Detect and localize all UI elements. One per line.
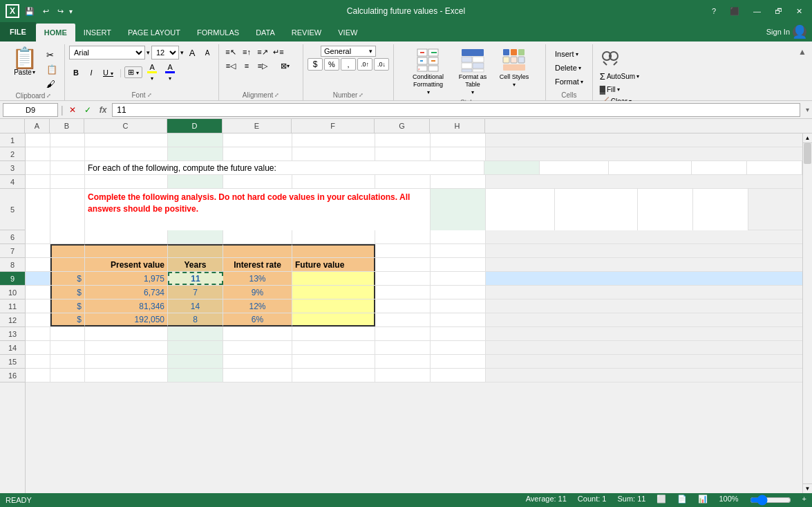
scroll-thumb[interactable]	[804, 143, 811, 164]
align-top-center-button[interactable]: ≡↑	[239, 46, 254, 58]
cell-c7[interactable]	[85, 244, 168, 257]
fill-color-button[interactable]: A ▾	[144, 62, 160, 83]
cell-d1[interactable]	[168, 133, 223, 147]
cell-g1[interactable]	[375, 133, 431, 147]
tab-insert[interactable]: INSERT	[75, 24, 120, 42]
cell-e11[interactable]: 12%	[223, 299, 292, 313]
wrap-text-button[interactable]: ↵≡	[271, 46, 286, 58]
cell-g9[interactable]	[375, 272, 431, 285]
row-num-3[interactable]: 3	[0, 161, 25, 175]
col-header-c[interactable]: C	[84, 119, 167, 133]
row-num-1[interactable]: 1	[0, 133, 25, 147]
cell-h14[interactable]	[431, 341, 486, 354]
cell-f11[interactable]	[292, 299, 375, 313]
cell-d3[interactable]	[484, 161, 540, 174]
scroll-up-arrow[interactable]: ▲	[803, 133, 812, 143]
cell-c12[interactable]: 192,050	[85, 313, 168, 326]
cell-c10[interactable]: 6,734	[85, 286, 168, 299]
cell-b5[interactable]	[50, 189, 85, 230]
cell-g7[interactable]	[375, 244, 431, 257]
cell-b15[interactable]	[50, 355, 85, 368]
qat-dropdown[interactable]: ▾	[69, 8, 73, 15]
cell-c3[interactable]: For each of the following, compute the f…	[85, 161, 484, 174]
format-as-table-button[interactable]: Format as Table ▾	[452, 46, 493, 98]
col-header-a[interactable]: A	[25, 119, 50, 133]
conditional-formatting-button[interactable]: ≠ Conditional Formatting ▾	[406, 46, 451, 98]
number-format-dropdown[interactable]: General ▾	[321, 46, 376, 57]
cell-styles-button[interactable]: Cell Styles ▾	[495, 46, 534, 90]
row-num-7[interactable]: 7	[0, 244, 25, 258]
cell-g3[interactable]	[692, 161, 747, 174]
cell-a7[interactable]	[26, 244, 50, 257]
vertical-scrollbar[interactable]: ▲ ▼	[802, 133, 812, 493]
align-top-left-button[interactable]: ≡↖	[223, 46, 238, 58]
cell-a10[interactable]	[26, 286, 50, 299]
cell-a2[interactable]	[26, 147, 50, 160]
cell-e12[interactable]: 6%	[223, 313, 292, 326]
page-break-view-button[interactable]: 📊	[698, 495, 708, 506]
cell-a5[interactable]	[26, 189, 50, 230]
cell-f5[interactable]	[555, 189, 638, 230]
underline-button[interactable]: U ▾	[100, 67, 117, 78]
align-right-button[interactable]: ≡▷	[255, 59, 270, 72]
tab-page-layout[interactable]: PAGE LAYOUT	[120, 24, 189, 42]
cell-a12[interactable]	[26, 313, 50, 326]
scroll-track[interactable]	[803, 143, 812, 483]
row-num-15[interactable]: 15	[0, 355, 25, 369]
cell-d2[interactable]	[168, 147, 223, 160]
cell-a9[interactable]	[26, 272, 50, 285]
cell-b6[interactable]	[50, 230, 85, 243]
row-num-12[interactable]: 12	[0, 313, 25, 327]
cell-f3[interactable]	[609, 161, 692, 174]
cell-b12[interactable]: $	[50, 313, 85, 326]
decrease-font-button[interactable]: A	[200, 48, 214, 58]
comma-format-button[interactable]: ,	[341, 58, 356, 71]
cell-g15[interactable]	[375, 355, 431, 368]
cell-e3[interactable]	[540, 161, 609, 174]
cell-b4[interactable]	[50, 175, 85, 188]
cell-a11[interactable]	[26, 299, 50, 313]
cell-b13[interactable]	[50, 327, 85, 340]
cell-f2[interactable]	[292, 147, 375, 160]
cell-g4[interactable]	[375, 175, 431, 188]
cell-h8[interactable]	[431, 258, 486, 271]
cut-button[interactable]: ✂	[44, 48, 60, 62]
cell-e14[interactable]	[223, 341, 292, 354]
row-num-9[interactable]: 9	[0, 272, 25, 286]
tab-view[interactable]: VIEW	[330, 24, 366, 42]
cell-f8[interactable]: Future value	[292, 258, 375, 271]
cell-f9[interactable]	[292, 272, 375, 285]
paste-button[interactable]: 📋 Paste▾	[7, 46, 42, 78]
zoom-in-button[interactable]: +	[802, 495, 806, 506]
name-box[interactable]: D9	[3, 103, 58, 117]
cell-b1[interactable]	[50, 133, 85, 147]
row-num-6[interactable]: 6	[0, 230, 25, 244]
row-num-8[interactable]: 8	[0, 258, 25, 272]
col-header-g[interactable]: G	[375, 119, 430, 133]
cell-g8[interactable]	[375, 258, 431, 271]
cell-h15[interactable]	[431, 355, 486, 368]
cell-d4[interactable]	[168, 175, 223, 188]
tab-data[interactable]: DATA	[247, 24, 283, 42]
formula-dropdown-icon[interactable]: ▾	[806, 106, 809, 113]
cell-e7[interactable]	[223, 244, 292, 257]
ribbon-display-button[interactable]: ⬛	[726, 6, 744, 17]
cell-f14[interactable]	[292, 341, 375, 354]
bold-button[interactable]: B	[69, 67, 83, 78]
cell-d13[interactable]	[168, 327, 223, 340]
cell-e6[interactable]	[223, 230, 292, 243]
row-num-10[interactable]: 10	[0, 286, 25, 299]
page-layout-view-button[interactable]: 📄	[677, 495, 687, 506]
cell-e5[interactable]	[486, 189, 555, 230]
cell-d9[interactable]: 11	[168, 272, 223, 285]
cell-g2[interactable]	[375, 147, 431, 160]
cancel-icon[interactable]: ✕	[66, 104, 79, 116]
col-header-d[interactable]: D	[167, 119, 223, 133]
cell-g10[interactable]	[375, 286, 431, 299]
col-header-f[interactable]: F	[292, 119, 375, 133]
cell-f4[interactable]	[292, 175, 375, 188]
cell-c14[interactable]	[85, 341, 168, 354]
cell-c16[interactable]	[85, 369, 168, 382]
cell-g14[interactable]	[375, 341, 431, 354]
cell-b2[interactable]	[50, 147, 85, 160]
